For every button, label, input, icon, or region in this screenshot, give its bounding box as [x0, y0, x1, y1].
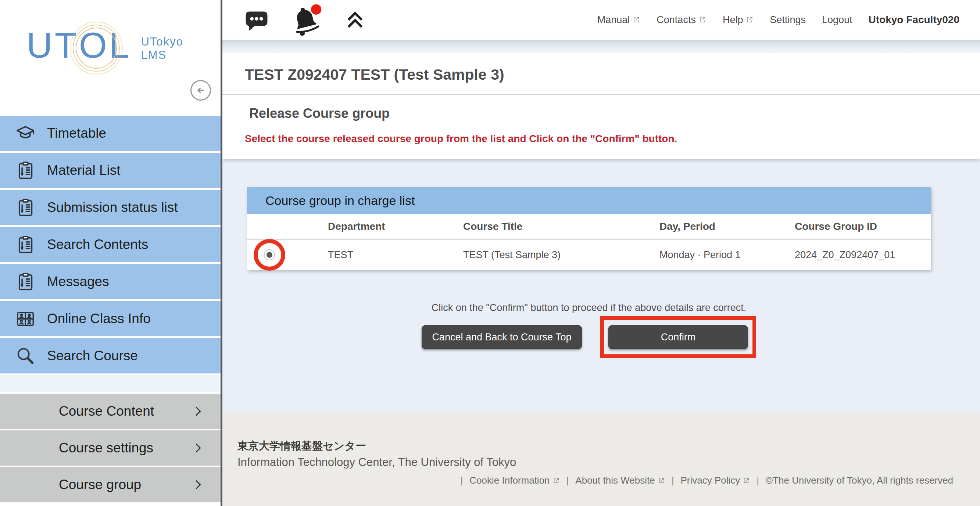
logo-subtext-line2: LMS: [141, 48, 183, 62]
sidebar-item-course-content[interactable]: Course Content: [0, 393, 221, 429]
page-header-section: TEST Z092407 TEST (Test Sample 3) Releas…: [223, 54, 980, 159]
utol-logo[interactable]: UTOL UTokyo LMS: [27, 27, 183, 63]
content-body: Course group in charge list Department C…: [223, 159, 980, 413]
logout-link[interactable]: Logout: [822, 14, 853, 26]
cell-day-period: Monday · Period 1: [659, 249, 795, 261]
graduation-cap-icon: [14, 122, 37, 145]
external-link-icon: [632, 16, 640, 24]
radio-cell: [247, 240, 328, 270]
logo-l: L: [109, 25, 132, 65]
link-label: Privacy Policy: [681, 475, 740, 486]
sidebar-item-label: Search Course: [47, 348, 138, 363]
radio-column-header: [247, 211, 328, 242]
topbar-divider-strip: [223, 40, 980, 54]
magnifier-icon: [14, 344, 37, 367]
topbar-icons: [243, 4, 366, 36]
instruction-text: Select the course released course group …: [245, 133, 677, 145]
sidebar-item-label: Messages: [47, 274, 109, 289]
logo-subtext: UTokyo LMS: [141, 35, 183, 61]
clipboard-icon: [14, 196, 37, 219]
sidebar-collapse-button[interactable]: [191, 80, 211, 101]
contacts-link[interactable]: Contacts: [657, 14, 706, 26]
column-header-course-title: Course Title: [463, 221, 659, 232]
cell-department: TEST: [328, 249, 463, 261]
logo-ut: UT: [27, 25, 79, 65]
separator: |: [671, 475, 674, 486]
sidebar-item-course-settings[interactable]: Course settings: [0, 430, 221, 466]
sidebar-item-messages[interactable]: Messages: [0, 264, 221, 299]
sidebar-item-timetable[interactable]: Timetable: [0, 116, 221, 151]
cell-course-group-id: 2024_Z0_Z092407_01: [795, 249, 931, 261]
menu-item-label: Course settings: [59, 440, 153, 456]
link-label: Settings: [770, 14, 806, 26]
sidebar-logo-area: UTOL UTokyo LMS: [0, 0, 221, 116]
sidebar-item-label: Material List: [47, 163, 120, 178]
utol-lms-screen: UTOL UTokyo LMS: [0, 0, 980, 506]
collapse-up-icon[interactable]: [344, 9, 366, 30]
column-header-day-period: Day, Period: [659, 221, 795, 232]
link-label: Manual: [597, 14, 630, 26]
chat-icon[interactable]: [243, 8, 270, 32]
notification-bell-icon[interactable]: [290, 4, 324, 36]
chevron-right-icon: [192, 405, 204, 417]
separator: |: [757, 475, 759, 486]
external-link-icon: [658, 477, 665, 484]
table-title: Course group in charge list: [266, 194, 415, 208]
course-title: TEST Z092407 TEST (Test Sample 3): [245, 66, 504, 83]
sidebar-item-label: Search Contents: [47, 237, 148, 252]
settings-link[interactable]: Settings: [770, 14, 806, 26]
chevron-right-icon: [192, 442, 204, 454]
sidebar-item-online-class-info[interactable]: Online Class Info: [0, 301, 221, 336]
sidebar-item-course-group[interactable]: Course group: [0, 467, 221, 502]
manual-link[interactable]: Manual: [597, 14, 641, 26]
main-area: Manual Contacts Help: [223, 0, 980, 506]
help-link[interactable]: Help: [723, 14, 754, 26]
external-link-icon: [552, 477, 560, 484]
utol-logo-word: UTOL: [27, 27, 131, 63]
table-header-bar: Course group in charge list: [247, 187, 931, 214]
sidebar-section-gap: [0, 375, 221, 392]
sidebar: UTOL UTokyo LMS: [0, 0, 223, 506]
logo-o: O: [79, 25, 109, 65]
red-box-annotation: Confirm: [600, 316, 756, 358]
username[interactable]: Utokyo Faculty020: [869, 14, 959, 26]
copyright-text: ©The University of Tokyo, All rights res…: [766, 475, 953, 486]
sidebar-item-material-list[interactable]: Material List: [0, 153, 221, 188]
sidebar-item-submission-status-list[interactable]: Submission status list: [0, 190, 221, 225]
page-title: Release Course group: [249, 106, 390, 121]
sidebar-item-label: Timetable: [47, 125, 106, 141]
footer-org-japanese: 東京大学情報基盤センター: [237, 439, 366, 454]
link-label: Logout: [822, 14, 853, 26]
clipboard-icon: [14, 270, 37, 293]
video-grid-icon: [14, 307, 37, 330]
table-row: TEST TEST (Test Sample 3) Monday · Perio…: [247, 240, 931, 270]
link-label: Cookie Information: [469, 475, 550, 486]
table-column-header-row: Department Course Title Day, Period Cour…: [247, 214, 931, 240]
external-link-icon: [743, 477, 750, 484]
sidebar-item-search-course[interactable]: Search Course: [0, 338, 221, 373]
external-link-icon: [746, 16, 754, 24]
privacy-policy-link[interactable]: Privacy Policy: [681, 475, 750, 486]
course-group-table-card: Course group in charge list Department C…: [247, 187, 931, 270]
cookie-information-link[interactable]: Cookie Information: [469, 475, 560, 486]
cell-course-title: TEST (Test Sample 3): [463, 249, 659, 261]
sidebar-item-label: Submission status list: [47, 200, 178, 215]
separator: |: [566, 475, 569, 486]
column-header-course-group-id: Course Group ID: [795, 221, 931, 232]
about-this-website-link[interactable]: About this Website: [575, 475, 665, 486]
link-label: Contacts: [657, 14, 696, 26]
menu-item-label: Course Content: [59, 404, 154, 419]
sidebar-item-search-contents[interactable]: Search Contents: [0, 227, 221, 262]
topbar-links: Manual Contacts Help: [597, 14, 959, 26]
logo-subtext-line1: UTokyo: [141, 35, 183, 48]
footer-org-english: Information Technology Center, The Unive…: [237, 456, 516, 469]
link-label: About this Website: [575, 475, 655, 486]
column-header-department: Department: [328, 221, 463, 232]
clipboard-icon: [14, 159, 37, 182]
footer: 東京大学情報基盤センター Information Technology Cent…: [223, 413, 980, 506]
menu-item-label: Course group: [59, 477, 141, 492]
cancel-button[interactable]: Cancel and Back to Course Top: [422, 325, 582, 349]
clipboard-icon: [14, 233, 37, 256]
course-group-radio-selected[interactable]: [264, 249, 275, 260]
confirm-button[interactable]: Confirm: [608, 325, 748, 349]
